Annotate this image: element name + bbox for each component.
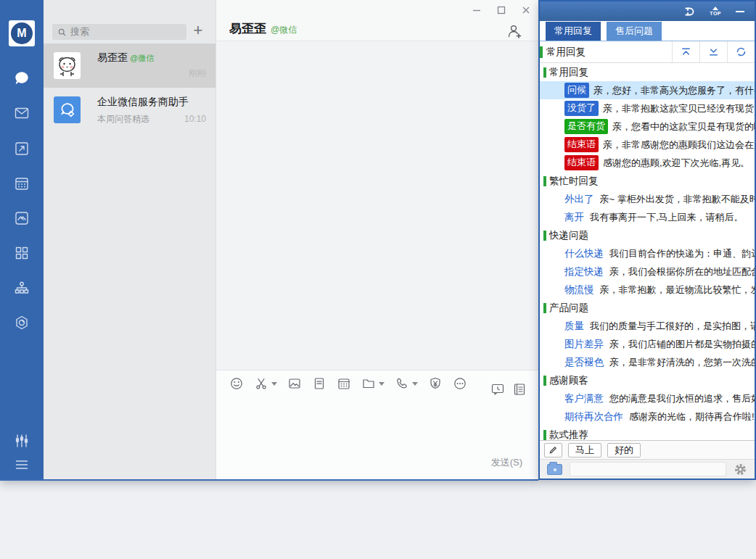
add-member-icon[interactable] [506, 23, 522, 39]
calendar-icon[interactable] [13, 175, 30, 192]
file-icon[interactable] [312, 376, 326, 391]
more-icon[interactable] [453, 376, 467, 391]
chat-title-tag: @微信 [271, 24, 297, 36]
image-icon[interactable] [287, 376, 302, 391]
reply-text: 亲，我们店铺的图片都是实物拍摄的... [609, 338, 755, 351]
section-color-bar [543, 430, 546, 440]
reply-item[interactable]: 什么快递 我们目前合作的快递为：申通、韵达... [540, 244, 755, 262]
reply-label: 期待再次合作 [564, 410, 623, 423]
reply-item[interactable]: 没货了 亲，非常抱歉这款宝贝已经没有现货了... [540, 99, 755, 117]
assistant-minimize-button[interactable] [736, 11, 744, 12]
section-color-bar [543, 376, 546, 386]
chat-item-time: 10:10 [184, 114, 206, 124]
reply-label: 离开 [564, 211, 584, 224]
assistant-search-input[interactable] [570, 462, 726, 476]
reply-section-header: 常用回复 [540, 63, 755, 81]
screenshot-icon[interactable] [254, 376, 277, 391]
reply-item[interactable]: 外出了 亲~ 掌柜外出发货，非常抱歉不能及时... [540, 190, 755, 208]
folder-icon[interactable] [361, 376, 385, 391]
settings-gear-icon[interactable] [734, 463, 747, 476]
docs-icon[interactable] [13, 140, 30, 157]
folder-blue-icon[interactable] [547, 464, 562, 475]
add-chat-button[interactable]: + [189, 22, 207, 40]
reply-label: 客户满意 [564, 392, 604, 405]
search-input[interactable]: 搜索 [52, 24, 186, 40]
reply-text: 亲，您看中的这款宝贝是有现货的呢... [612, 120, 755, 133]
chat-list-item-yiwaiwai[interactable]: 易歪歪@微信 刚刚 [44, 44, 215, 88]
edit-pencil-button[interactable] [544, 443, 562, 457]
reply-label: 是否褪色 [564, 356, 604, 369]
contacts-icon[interactable] [13, 279, 30, 297]
reply-item[interactable]: 客户满意 您的满意是我们永恒的追求，售后如... [540, 389, 755, 407]
reply-item[interactable]: 问候 亲，您好，非常高兴为您服务了，有什么... [540, 81, 755, 99]
screenshot-dropdown[interactable] [271, 382, 277, 386]
reply-item[interactable]: 质量 我们的质量与手工很好的，是实拍图，请... [540, 317, 755, 335]
mail-icon[interactable] [13, 104, 30, 122]
reply-item[interactable]: 结束语 亲，非常感谢您的惠顾我们这边会在第... [540, 136, 755, 154]
app-logo[interactable]: M [9, 20, 35, 46]
payment-icon[interactable] [428, 376, 443, 391]
quick-reply-chip[interactable]: 马上 [568, 443, 601, 457]
chat-history-icon[interactable] [490, 382, 505, 397]
reply-item[interactable]: 是否有货 亲，您看中的这款宝贝是有现货的呢... [540, 117, 755, 136]
wecom-window: M [0, 0, 538, 481]
folder-dropdown[interactable] [379, 382, 385, 386]
calendar-tool-icon[interactable] [337, 376, 351, 391]
section-color-bar [543, 67, 546, 78]
avatar-wecom-service [54, 96, 81, 123]
magnet-icon[interactable] [683, 6, 695, 17]
reply-text: 亲，是非常好清洗的，您第一次洗的... [609, 356, 755, 369]
reply-text: 您的满意是我们永恒的追求，售后如... [609, 392, 755, 405]
reply-item[interactable]: 期待再次合作 感谢亲的光临，期待再合作啦!，... [540, 407, 755, 426]
chat-icon[interactable] [13, 70, 30, 87]
reply-text: 亲，非常感谢您的惠顾我们这边会在第... [603, 138, 755, 152]
reply-item[interactable]: 结束语 感谢您的惠顾,欢迎下次光临,再见。 [540, 154, 755, 172]
chat-toolbar-right [490, 382, 527, 397]
chat-item-preview: 本周问答精选 [97, 113, 184, 125]
reply-section-header: 繁忙时回复 [540, 172, 755, 190]
wechat-tag: @微信 [130, 54, 154, 62]
close-button[interactable] [519, 4, 533, 17]
call-dropdown[interactable] [412, 382, 418, 386]
expand-all-icon[interactable] [699, 41, 727, 63]
menu-icon[interactable] [13, 456, 30, 473]
minimize-button[interactable] [470, 4, 483, 17]
reply-label: 图片差异 [564, 338, 604, 351]
emoji-icon[interactable] [229, 376, 244, 391]
quick-reply-chip[interactable]: 好的 [607, 443, 641, 457]
reply-label: 质量 [564, 320, 584, 333]
app-sidebar: M [0, 0, 44, 479]
reply-item[interactable]: 离开 我有事离开一下,马上回来，请稍后。 [540, 208, 755, 226]
reply-label: 结束语 [564, 137, 599, 152]
search-placeholder: 搜索 [70, 25, 89, 38]
toolbar-title: 常用回复 [546, 46, 672, 59]
quick-edit-row: 马上 好的 [540, 440, 755, 459]
avatar-cartoon [54, 52, 81, 79]
chat-title: 易歪歪 [229, 20, 266, 37]
collapse-all-icon[interactable] [672, 41, 699, 63]
sliders-icon[interactable] [13, 432, 30, 450]
chat-record-icon[interactable] [512, 382, 527, 397]
reply-item[interactable]: 指定快递 亲，我们会根据你所在的地址匹配合... [540, 262, 755, 281]
drive-icon[interactable] [13, 210, 30, 227]
reply-item[interactable]: 物流慢 亲，非常抱歉，最近物流比较繁忙，发... [540, 281, 755, 299]
reply-item[interactable]: 是否褪色 亲，是非常好清洗的，您第一次洗的... [540, 353, 755, 371]
reply-label: 问候 [564, 83, 589, 98]
refresh-icon[interactable] [727, 41, 755, 63]
tab-aftersale-questions[interactable]: 售后问题 [607, 22, 662, 41]
message-area[interactable] [216, 41, 538, 370]
reply-item[interactable]: 图片差异 亲，我们店铺的图片都是实物拍摄的... [540, 335, 755, 353]
chat-list-item-service-assistant[interactable]: 企业微信服务商助手 本周问答精选 10:10 [44, 88, 215, 132]
pin-top-arrow [712, 7, 718, 10]
workbench-icon[interactable] [13, 244, 30, 262]
maximize-button[interactable] [495, 4, 508, 17]
call-icon[interactable] [395, 376, 418, 391]
tab-common-replies[interactable]: 常用回复 [546, 22, 601, 41]
chat-pane: 易歪歪 @微信 [216, 0, 538, 479]
meeting-icon[interactable] [13, 314, 30, 331]
send-button[interactable]: 发送(S) [491, 456, 522, 469]
assistant-titlebar: TOP [540, 1, 755, 21]
pin-top-icon[interactable]: TOP [710, 7, 721, 16]
reply-label: 什么快递 [564, 247, 604, 260]
reply-section-header: 快递问题 [540, 226, 755, 244]
